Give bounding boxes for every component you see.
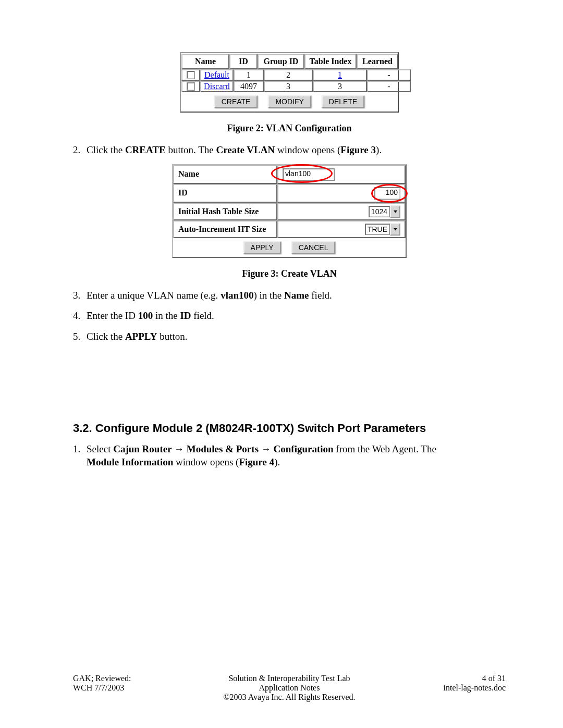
- id-input[interactable]: 100: [374, 187, 400, 200]
- vlan-name-link[interactable]: Default: [204, 70, 229, 80]
- figure-2-caption: Figure 2: VLAN Configuration: [73, 123, 506, 134]
- figure-3-caption: Figure 3: Create VLAN: [73, 268, 506, 279]
- step-5: 5. Click the APPLY button.: [87, 330, 506, 343]
- create-vlan-figure: Name vlan100 ID 100 Initial Hash Table S…: [172, 164, 407, 258]
- footer-copyright: ©2003 Avaya Inc. All Rights Reserved.: [217, 693, 362, 702]
- cell-gid: 3: [264, 81, 313, 92]
- table-row: Default 1 2 1 -: [181, 69, 397, 81]
- create-button[interactable]: CREATE: [214, 95, 258, 108]
- footer-date: WCH 7/7/2003: [73, 683, 217, 693]
- row-checkbox[interactable]: [187, 82, 195, 91]
- step-2: 2. Click the CREATE button. The Create V…: [87, 143, 506, 157]
- label-id: ID: [173, 184, 277, 203]
- aiht-select[interactable]: TRUE: [365, 224, 400, 235]
- svg-marker-0: [393, 211, 397, 213]
- col-id: ID: [229, 54, 258, 69]
- cell-gid: 2: [264, 69, 313, 81]
- cvx-button-bar: APPLY CANCEL: [173, 238, 406, 257]
- cell-learned: -: [367, 81, 411, 92]
- footer-title: Solution & Interoperability Test Lab App…: [217, 674, 362, 693]
- vlan-button-bar: CREATE MODIFY DELETE: [181, 92, 397, 111]
- page-footer: GAK; Reviewed: WCH 7/7/2003 Solution & I…: [73, 674, 506, 702]
- label-name: Name: [173, 165, 277, 184]
- label-ihts: Initial Hash Table Size: [173, 203, 277, 220]
- row-checkbox[interactable]: [187, 71, 195, 79]
- section-3-2-step-1: 1. Select Cajun Router → Modules & Ports…: [87, 442, 506, 469]
- chevron-down-icon[interactable]: [390, 205, 400, 218]
- footer-filename: intel-lag-notes.doc: [361, 683, 506, 693]
- cell-id: 4097: [234, 81, 264, 92]
- label-aiht: Auto-Increment HT Size: [173, 220, 277, 238]
- col-group-id: Group ID: [258, 54, 304, 69]
- table-row: Discard 4097 3 3 -: [181, 81, 397, 92]
- cell-learned: -: [367, 69, 411, 81]
- vlan-config-figure: Name ID Group ID Table Index Learned Def…: [180, 52, 399, 113]
- section-3-2-title: 3.2. Configure Module 2 (M8024R-100TX) S…: [73, 422, 506, 435]
- cell-ti: 3: [313, 81, 367, 92]
- table-index-link[interactable]: 1: [338, 70, 342, 80]
- svg-marker-1: [393, 228, 397, 231]
- step-3: 3. Enter a unique VLAN name (e.g. vlan10…: [87, 289, 506, 302]
- apply-button[interactable]: APPLY: [243, 241, 281, 254]
- modify-button[interactable]: MODIFY: [268, 95, 311, 108]
- name-input[interactable]: vlan100: [283, 168, 335, 181]
- cell-id: 1: [234, 69, 264, 81]
- cancel-button[interactable]: CANCEL: [291, 241, 336, 254]
- footer-pagenum: 4 of 31: [361, 674, 506, 683]
- col-name: Name: [181, 54, 229, 69]
- footer-reviewer: GAK; Reviewed:: [73, 674, 217, 683]
- col-table-index: Table Index: [304, 54, 357, 69]
- vlan-name-link[interactable]: Discard: [204, 82, 230, 91]
- delete-button[interactable]: DELETE: [322, 95, 364, 108]
- ihts-select[interactable]: 1024: [369, 206, 400, 217]
- vlan-table-header: Name ID Group ID Table Index Learned: [181, 54, 397, 69]
- col-learned: Learned: [357, 54, 398, 69]
- step-4: 4. Enter the ID 100 in the ID field.: [87, 309, 506, 323]
- chevron-down-icon[interactable]: [390, 223, 400, 236]
